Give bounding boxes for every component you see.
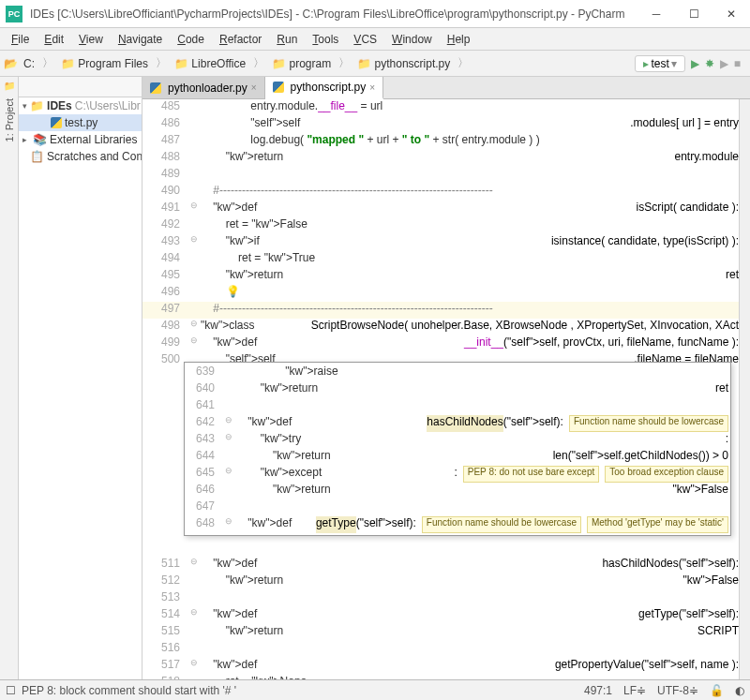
status-indicator-icon[interactable]: ◐ — [735, 684, 744, 697]
code-line[interactable]: 492 ret = "kw">False — [142, 217, 739, 234]
line-separator[interactable]: LF≑ — [623, 684, 646, 697]
tree-scratches[interactable]: ▸📋 Scratches and Con — [19, 148, 142, 165]
code-line[interactable]: 485 entry.module.__file__ = url — [142, 99, 739, 116]
code-line[interactable]: 491⊖ "kw">def isScript( candidate ): — [142, 201, 739, 217]
code-line[interactable]: 639 "kw">raise — [187, 365, 728, 381]
code-lens-popup[interactable]: 639 "kw">raise640 "kw">return ret641642⊖… — [184, 362, 731, 536]
code-line[interactable]: 499⊖ "kw">def __init__( "self">self, pro… — [142, 335, 739, 352]
status-icon: ☐ — [6, 684, 16, 697]
encoding[interactable]: UTF-8≑ — [657, 684, 698, 697]
code-line[interactable]: 640 "kw">return ret — [187, 381, 728, 398]
menu-refactor[interactable]: Refactor — [212, 30, 269, 49]
tree-root[interactable]: ▾📁 IDEs C:\Users\Libr — [19, 97, 142, 114]
code-editor[interactable]: 485 entry.module.__file__ = url486 "self… — [142, 99, 750, 679]
status-message: PEP 8: block comment should start with '… — [22, 684, 236, 697]
python-file-icon — [273, 82, 284, 93]
code-line[interactable]: 511⊖ "kw">def hasChildNodes("self">self)… — [142, 557, 739, 573]
readonly-lock-icon[interactable]: 🔓 — [710, 684, 724, 697]
app-icon: PC — [6, 6, 22, 22]
breadcrumb: 📂 C:〉📁 Program Files〉📁 LibreOffice〉📁 pro… — [4, 55, 629, 72]
code-line[interactable]: 495 "kw">return ret — [142, 268, 739, 285]
editor-tab[interactable]: pythonloader.py× — [142, 77, 265, 98]
python-file-icon — [150, 82, 161, 94]
code-line[interactable]: 512 "kw">return "kw">False — [142, 573, 739, 590]
code-line[interactable]: 513 — [142, 590, 739, 607]
menu-run[interactable]: Run — [269, 30, 305, 49]
maximize-button[interactable]: ☐ — [675, 0, 712, 28]
code-line[interactable]: 647 — [187, 499, 728, 516]
tree-external-libs[interactable]: ▸📚 External Libraries — [19, 131, 142, 148]
menu-code[interactable]: Code — [170, 30, 212, 49]
menu-edit[interactable]: Edit — [37, 30, 71, 49]
code-line[interactable]: 489 — [142, 167, 739, 184]
run-with-coverage-icon[interactable]: ▶ — [720, 57, 728, 70]
code-line[interactable]: 642⊖ "kw">def hasChildNodes("self">self)… — [187, 415, 728, 432]
breadcrumb-item[interactable]: 📁 program — [266, 55, 337, 72]
menu-window[interactable]: Window — [384, 30, 440, 49]
left-rail: 📁 1: Project — [0, 77, 19, 679]
code-line[interactable]: 517⊖ "kw">def getPropertyValue( "self">s… — [142, 658, 739, 675]
project-tree-header — [19, 77, 142, 97]
code-line[interactable]: 516 — [142, 641, 739, 658]
breadcrumb-item[interactable]: 📁 Program Files — [55, 55, 154, 72]
editor-tabs: pythonloader.py×pythonscript.py× — [142, 77, 750, 99]
code-line[interactable]: 494 ret = "kw">True — [142, 251, 739, 268]
close-button[interactable]: ✕ — [712, 0, 750, 28]
code-line[interactable]: 498⊖"kw">class ScriptBrowseNode( unohelp… — [142, 319, 739, 335]
code-line[interactable]: 646 "kw">return "kw">False — [187, 483, 728, 499]
code-line[interactable]: 641 — [187, 398, 728, 415]
breadcrumb-item[interactable]: 📁 LibreOffice — [169, 55, 251, 72]
code-line[interactable]: 518 ret = "kw">None — [142, 675, 739, 679]
code-line[interactable]: 487 log.debug( "mapped " + url + " to " … — [142, 133, 739, 150]
code-line[interactable]: 486 "self">self.modules[ url ] = entry — [142, 116, 739, 133]
code-line[interactable]: 515 "kw">return SCRIPT — [142, 624, 739, 641]
code-line[interactable]: 643⊖ "kw">try: — [187, 432, 728, 449]
error-stripe[interactable] — [739, 99, 750, 679]
python-file-icon — [51, 117, 62, 128]
project-tree[interactable]: ▾📁 IDEs C:\Users\Libr test.py ▸📚 Externa… — [19, 77, 142, 679]
code-line[interactable]: 644 "kw">return len("self">self.getChild… — [187, 449, 728, 466]
caret-position[interactable]: 497:1 — [584, 684, 612, 697]
code-line[interactable]: 490 #-----------------------------------… — [142, 184, 739, 201]
code-line[interactable]: 514⊖ "kw">def getType( "self">self): — [142, 607, 739, 624]
nav-toolbar: 📂 C:〉📁 Program Files〉📁 LibreOffice〉📁 pro… — [0, 51, 750, 77]
debug-icon[interactable]: ✸ — [705, 57, 714, 70]
code-line[interactable]: 488 "kw">return entry.module — [142, 150, 739, 167]
tree-file-test[interactable]: test.py — [19, 114, 142, 131]
run-config-label: test — [651, 57, 668, 70]
titlebar: PC IDEs [C:\Users\LibreOfficiant\Pycharm… — [0, 0, 750, 28]
stop-icon[interactable]: ■ — [734, 57, 741, 70]
menu-vcs[interactable]: VCS — [346, 30, 384, 49]
close-tab-icon[interactable]: × — [369, 82, 375, 93]
menubar: FileEditViewNavigateCodeRefactorRunTools… — [0, 28, 750, 51]
code-line[interactable]: 648⊖ "kw">def getType( "self">self):Func… — [187, 516, 728, 533]
minimize-button[interactable]: ─ — [638, 0, 675, 28]
menu-file[interactable]: File — [4, 30, 37, 49]
menu-tools[interactable]: Tools — [305, 30, 346, 49]
menu-help[interactable]: Help — [440, 30, 478, 49]
menu-view[interactable]: View — [71, 30, 111, 49]
editor-tab[interactable]: pythonscript.py× — [265, 77, 384, 99]
project-tool-label[interactable]: 1: Project — [4, 98, 15, 141]
editor: pythonloader.py×pythonscript.py× 485 ent… — [142, 77, 750, 679]
run-icon[interactable]: ▶ — [691, 57, 699, 70]
close-tab-icon[interactable]: × — [251, 82, 257, 93]
code-line[interactable]: 493⊖ "kw">if isinstance( candidate, type… — [142, 234, 739, 251]
breadcrumb-item[interactable]: 📁 pythonscript.py — [352, 55, 456, 72]
window-title: IDEs [C:\Users\LibreOfficiant\PycharmPro… — [30, 7, 638, 21]
run-config-selector[interactable]: ▸ test ▾ — [635, 55, 684, 72]
breadcrumb-item[interactable]: C: — [18, 55, 40, 72]
code-line[interactable]: 645⊖ "kw">except:PEP 8: do not use bare … — [187, 466, 728, 483]
code-line[interactable]: 497 #-----------------------------------… — [142, 302, 739, 319]
statusbar: ☐ PEP 8: block comment should start with… — [0, 679, 750, 700]
menu-navigate[interactable]: Navigate — [111, 30, 170, 49]
